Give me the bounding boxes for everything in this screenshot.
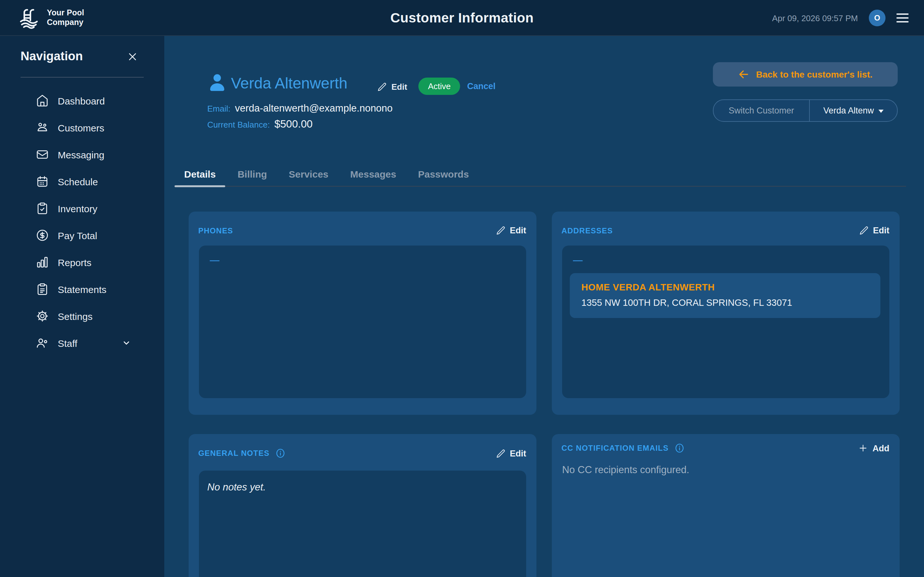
bar-chart-icon <box>36 256 49 269</box>
sidebar-item-customers[interactable]: Customers <box>0 114 164 141</box>
edit-customer-button[interactable]: Edit <box>377 82 407 92</box>
switch-customer-label: Switch Customer <box>714 100 809 121</box>
info-icon[interactable] <box>275 448 286 458</box>
tab-messages[interactable]: Messages <box>341 165 406 186</box>
pool-ladder-logo-icon <box>17 5 41 30</box>
sidebar-item-dashboard[interactable]: Dashboard <box>0 87 164 114</box>
phones-card-title: PHONES <box>198 226 233 235</box>
gear-icon <box>36 309 49 322</box>
addresses-empty-marker: — <box>562 245 889 266</box>
addresses-card-title: ADDRESSES <box>561 226 613 235</box>
pencil-icon <box>496 226 505 235</box>
pencil-icon <box>859 226 869 235</box>
sidebar-divider <box>21 77 144 77</box>
balance-value: $500.00 <box>274 118 312 130</box>
addresses-edit-button[interactable]: Edit <box>859 226 889 235</box>
tab-passwords[interactable]: Passwords <box>409 165 478 186</box>
tab-details[interactable]: Details <box>174 165 225 186</box>
address-list-item[interactable]: HOME VERDA ALTENWERTH 1355 NW 100TH DR, … <box>570 273 880 318</box>
hamburger-menu-icon[interactable] <box>897 13 909 23</box>
sidebar-item-statements[interactable]: Statements <box>0 276 164 303</box>
sidebar-item-pay-total[interactable]: Pay Total <box>0 222 164 249</box>
email-value: verda-altenwerth@example.nonono <box>235 103 393 114</box>
cc-empty-text: No CC recipients configured. <box>562 464 900 476</box>
general-notes-card: GENERAL NOTES Edit <box>189 434 536 577</box>
dollar-circle-icon <box>36 229 49 242</box>
main-content: Verda Altenwerth Edit Active Cancel Emai… <box>164 36 924 577</box>
company-name: Your Pool Company <box>47 8 84 27</box>
clipboard-list-icon <box>36 283 49 295</box>
general-notes-panel: No notes yet. <box>199 471 526 577</box>
close-icon[interactable] <box>126 50 139 63</box>
pencil-icon <box>496 448 505 458</box>
info-icon[interactable] <box>674 443 685 453</box>
pencil-icon <box>377 82 387 92</box>
address-line: 1355 NW 100TH DR, CORAL SPRINGS, FL 3307… <box>582 298 869 308</box>
phones-empty-marker: — <box>199 245 526 266</box>
general-notes-edit-button[interactable]: Edit <box>496 448 526 458</box>
notes-empty-text: No notes yet. <box>199 471 526 493</box>
sidebar-title: Navigation <box>21 49 83 63</box>
cc-notification-emails-card: CC NOTIFICATION EMAILS <box>552 434 900 577</box>
address-name: HOME VERDA ALTENWERTH <box>582 282 869 292</box>
home-icon <box>36 94 49 107</box>
user-avatar[interactable]: O <box>869 10 885 26</box>
status-badge: Active <box>418 77 460 95</box>
sidebar-item-settings[interactable]: Settings <box>0 303 164 330</box>
top-header: Your Pool Company Customer Information A… <box>0 0 924 36</box>
cc-emails-card-title: CC NOTIFICATION EMAILS <box>561 444 669 453</box>
customer-select-dropdown[interactable]: Verda Altenw <box>810 100 897 121</box>
arrow-left-icon <box>738 69 750 80</box>
customer-avatar-icon <box>207 73 228 93</box>
chevron-down-icon <box>122 338 131 348</box>
sidebar-item-messaging[interactable]: Messaging <box>0 141 164 168</box>
sidebar-item-reports[interactable]: Reports <box>0 249 164 276</box>
cancel-link[interactable]: Cancel <box>467 81 496 91</box>
plus-icon <box>858 443 868 453</box>
phones-list-panel: — <box>199 245 526 398</box>
addresses-card: ADDRESSES Edit — HOME VERDA ALTENWERTH 1… <box>552 211 900 415</box>
dropdown-caret-icon <box>879 110 884 113</box>
general-notes-card-title: GENERAL NOTES <box>198 449 270 458</box>
navigation-sidebar: Navigation Dashboard Customers <box>0 36 164 577</box>
email-label: Email: <box>207 104 230 113</box>
app-window: Your Pool Company Customer Information A… <box>0 0 924 577</box>
back-to-customers-button[interactable]: Back to the customer's list. <box>713 62 898 87</box>
cc-emails-add-button[interactable]: Add <box>858 443 890 453</box>
addresses-list-panel: — HOME VERDA ALTENWERTH 1355 NW 100TH DR… <box>562 245 889 398</box>
tab-billing[interactable]: Billing <box>228 165 276 186</box>
users-icon <box>36 121 49 134</box>
clipboard-check-icon <box>36 202 49 215</box>
staff-icon <box>36 337 49 350</box>
phones-edit-button[interactable]: Edit <box>496 226 526 235</box>
balance-label: Current Balance: <box>207 120 270 129</box>
switch-customer-control[interactable]: Switch Customer Verda Altenw <box>713 99 898 122</box>
sidebar-item-staff[interactable]: Staff <box>0 330 164 356</box>
phones-card: PHONES Edit — <box>189 211 536 415</box>
customer-name: Verda Altenwerth <box>231 74 347 92</box>
calendar-icon <box>36 175 49 188</box>
sidebar-item-schedule[interactable]: Schedule <box>0 168 164 195</box>
sidebar-item-inventory[interactable]: Inventory <box>0 195 164 222</box>
tab-services[interactable]: Services <box>279 165 338 186</box>
mail-icon <box>36 148 49 161</box>
customer-tabs: Details Billing Services Messages Passwo… <box>174 165 906 187</box>
datetime-display: Apr 09, 2026 09:57 PM <box>772 13 858 23</box>
company-logo: Your Pool Company <box>17 5 84 30</box>
